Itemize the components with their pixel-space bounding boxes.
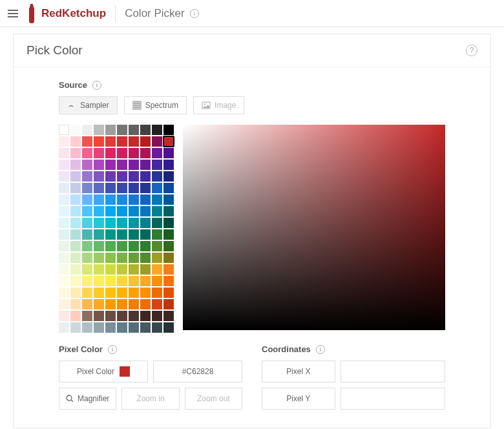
color-swatch[interactable] <box>105 241 116 251</box>
color-swatch[interactable] <box>117 148 127 158</box>
color-swatch[interactable] <box>163 194 174 205</box>
color-swatch[interactable] <box>94 229 104 240</box>
color-swatch[interactable] <box>59 194 69 205</box>
color-swatch[interactable] <box>94 299 104 309</box>
color-swatch[interactable] <box>140 311 151 321</box>
color-swatch[interactable] <box>140 218 151 228</box>
color-swatch[interactable] <box>105 264 116 275</box>
color-swatch[interactable] <box>152 160 162 170</box>
color-swatch[interactable] <box>152 148 162 158</box>
pixel-x-value[interactable] <box>341 361 445 382</box>
color-swatch[interactable] <box>117 276 127 286</box>
color-swatch[interactable] <box>117 299 127 309</box>
color-swatch[interactable] <box>94 160 104 170</box>
color-swatch[interactable] <box>152 206 162 216</box>
color-swatch[interactable] <box>94 125 104 135</box>
color-swatch[interactable] <box>70 276 81 286</box>
color-swatch[interactable] <box>59 241 69 251</box>
color-swatch[interactable] <box>70 136 81 147</box>
help-icon[interactable]: ? <box>466 45 478 56</box>
color-swatch[interactable] <box>70 206 81 216</box>
color-swatch[interactable] <box>163 218 174 228</box>
color-swatch[interactable] <box>117 136 127 147</box>
color-swatch[interactable] <box>70 241 81 251</box>
color-swatch[interactable] <box>105 194 116 205</box>
color-swatch[interactable] <box>163 276 174 286</box>
color-swatch[interactable] <box>94 241 104 251</box>
color-swatch[interactable] <box>70 171 81 182</box>
color-swatch[interactable] <box>94 311 104 321</box>
color-swatch[interactable] <box>70 160 81 170</box>
color-swatch[interactable] <box>82 171 92 182</box>
color-swatch[interactable] <box>105 218 116 228</box>
color-swatch[interactable] <box>59 288 69 298</box>
color-swatch[interactable] <box>140 136 151 147</box>
color-swatch[interactable] <box>163 183 174 193</box>
color-swatch[interactable] <box>129 311 139 321</box>
color-swatch[interactable] <box>70 218 81 228</box>
color-swatch[interactable] <box>70 253 81 263</box>
color-swatch[interactable] <box>94 276 104 286</box>
color-swatch[interactable] <box>82 160 92 170</box>
color-swatch[interactable] <box>129 229 139 240</box>
color-swatch[interactable] <box>94 218 104 228</box>
color-swatch[interactable] <box>105 171 116 182</box>
color-swatch[interactable] <box>129 136 139 147</box>
color-swatch[interactable] <box>140 206 151 216</box>
pixel-y-value[interactable] <box>341 388 445 410</box>
color-swatch[interactable] <box>94 253 104 263</box>
color-swatch[interactable] <box>82 322 92 333</box>
color-swatch[interactable] <box>140 148 151 158</box>
color-swatch[interactable] <box>59 229 69 240</box>
color-swatch[interactable] <box>163 288 174 298</box>
color-swatch[interactable] <box>59 264 69 275</box>
color-swatch[interactable] <box>105 322 116 333</box>
color-swatch[interactable] <box>59 206 69 216</box>
color-swatch[interactable] <box>117 322 127 333</box>
color-swatch[interactable] <box>59 136 69 147</box>
color-swatch[interactable] <box>129 276 139 286</box>
color-swatch[interactable] <box>82 183 92 193</box>
color-swatch[interactable] <box>117 183 127 193</box>
color-swatch[interactable] <box>152 311 162 321</box>
color-swatch[interactable] <box>105 206 116 216</box>
info-icon[interactable]: i <box>108 345 117 354</box>
color-swatch[interactable] <box>163 264 174 275</box>
color-swatch[interactable] <box>129 253 139 263</box>
info-icon[interactable]: i <box>190 9 199 18</box>
color-swatch[interactable] <box>152 322 162 333</box>
color-swatch[interactable] <box>152 183 162 193</box>
pixel-hex-field[interactable]: #C62828 <box>153 361 242 382</box>
color-swatch[interactable] <box>117 160 127 170</box>
color-swatch[interactable] <box>59 148 69 158</box>
hamburger-menu-button[interactable] <box>5 6 21 21</box>
color-swatch[interactable] <box>117 288 127 298</box>
color-swatch[interactable] <box>152 171 162 182</box>
color-swatch[interactable] <box>82 206 92 216</box>
color-swatch[interactable] <box>163 206 174 216</box>
color-swatch[interactable] <box>82 148 92 158</box>
color-swatch[interactable] <box>70 288 81 298</box>
color-swatch[interactable] <box>140 322 151 333</box>
zoom-out-button[interactable]: Zoom out <box>185 388 242 410</box>
zoom-in-button[interactable]: Zoom in <box>121 388 179 410</box>
color-swatch[interactable] <box>94 148 104 158</box>
color-swatch[interactable] <box>117 253 127 263</box>
color-swatch[interactable] <box>105 288 116 298</box>
color-swatch[interactable] <box>59 125 69 135</box>
color-swatch[interactable] <box>117 229 127 240</box>
color-swatch[interactable] <box>59 183 69 193</box>
color-swatch[interactable] <box>129 125 139 135</box>
color-gradient[interactable] <box>183 125 445 330</box>
color-swatch[interactable] <box>82 288 92 298</box>
color-swatch[interactable] <box>152 218 162 228</box>
color-swatch[interactable] <box>117 241 127 251</box>
color-swatch[interactable] <box>152 194 162 205</box>
color-swatch[interactable] <box>117 218 127 228</box>
color-swatch[interactable] <box>105 311 116 321</box>
color-swatch[interactable] <box>82 241 92 251</box>
color-swatch[interactable] <box>152 288 162 298</box>
color-swatch[interactable] <box>82 218 92 228</box>
color-swatch[interactable] <box>70 322 81 333</box>
color-swatch[interactable] <box>59 322 69 333</box>
